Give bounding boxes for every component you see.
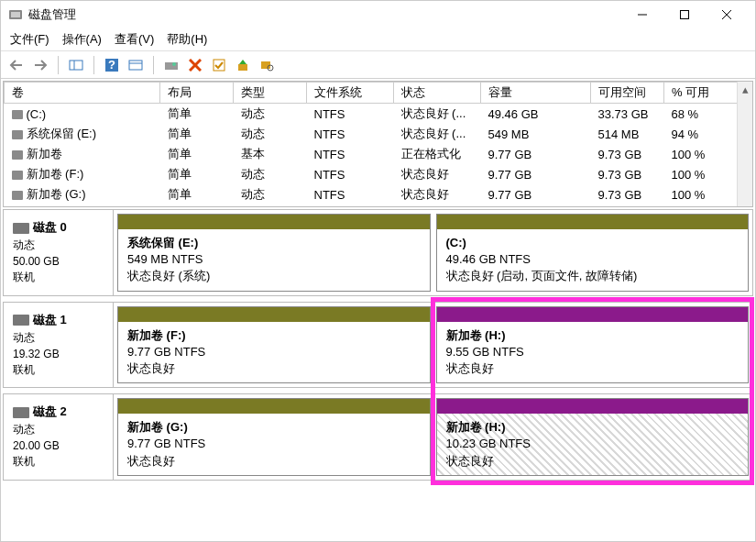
disk-type: 动态 <box>13 330 104 346</box>
table-scrollbar[interactable]: ▴ <box>737 82 752 206</box>
partition-color-bar <box>437 215 749 229</box>
partition-info: 10.23 GB NTFS <box>446 436 740 452</box>
table-row[interactable]: 新加卷简单基本NTFS正在格式化9.77 GB9.73 GB100 % <box>5 144 752 164</box>
disk-status: 联机 <box>13 454 104 470</box>
partition-state: 状态良好 <box>446 360 740 377</box>
menu-help[interactable]: 帮助(H) <box>167 31 207 48</box>
refresh-button[interactable] <box>161 55 181 75</box>
disk-type: 动态 <box>13 422 104 437</box>
volume-icon <box>12 150 23 160</box>
partition-color-bar <box>437 307 749 322</box>
menu-action[interactable]: 操作(A) <box>62 31 102 48</box>
partition[interactable]: 新加卷 (G:)9.77 GB NTFS状态良好 <box>117 398 431 476</box>
svg-point-13 <box>172 62 176 66</box>
disk-info: 磁盘 0动态50.00 GB联机 <box>4 210 114 295</box>
toolbar: ? <box>1 51 755 79</box>
close-button[interactable] <box>706 1 748 28</box>
svg-rect-3 <box>681 11 689 19</box>
svg-rect-17 <box>238 64 247 71</box>
disk-row: 磁盘 2动态20.00 GB联机新加卷 (G:)9.77 GB NTFS状态良好… <box>3 393 753 481</box>
volume-table: 卷 布局 类型 文件系统 状态 容量 可用空间 % 可用 (C:)简单动态NTF… <box>3 81 753 207</box>
table-row[interactable]: 新加卷 (G:)简单动态NTFS状态良好9.77 GB9.73 GB100 % <box>5 184 752 205</box>
partition[interactable]: 系统保留 (E:)549 MB NTFS状态良好 (系统) <box>117 214 431 292</box>
partition-color-bar <box>437 399 749 414</box>
svg-rect-6 <box>70 61 82 70</box>
help-button[interactable]: ? <box>102 55 122 75</box>
partition[interactable]: (C:)49.46 GB NTFS状态良好 (启动, 页面文件, 故障转储) <box>436 214 750 292</box>
disk-type: 动态 <box>13 238 104 253</box>
window-title: 磁盘管理 <box>28 6 621 23</box>
svg-rect-10 <box>129 61 142 70</box>
partition-body: 新加卷 (H:)9.55 GB NTFS状态良好 <box>437 322 749 383</box>
disk-info: 磁盘 1动态19.32 GB联机 <box>4 303 114 388</box>
col-capacity[interactable]: 容量 <box>481 83 591 104</box>
table-row[interactable]: (C:)简单动态NTFS状态良好 (...49.46 GB33.73 GB68 … <box>5 104 752 125</box>
table-row[interactable]: 系统保留 (E:)简单动态NTFS状态良好 (...549 MB514 MB94… <box>5 124 752 144</box>
col-free[interactable]: 可用空间 <box>591 83 664 104</box>
partition-info: 549 MB NTFS <box>127 251 421 268</box>
menu-view[interactable]: 查看(V) <box>115 31 154 48</box>
disk-row: 磁盘 0动态50.00 GB联机系统保留 (E:)549 MB NTFS状态良好… <box>3 209 753 296</box>
disk-graphical-view: 磁盘 0动态50.00 GB联机系统保留 (E:)549 MB NTFS状态良好… <box>3 209 753 481</box>
disk-size: 20.00 GB <box>13 439 104 452</box>
disk-size: 19.32 GB <box>13 348 104 360</box>
col-fs[interactable]: 文件系统 <box>307 83 394 104</box>
partition-body: 系统保留 (E:)549 MB NTFS状态良好 (系统) <box>118 229 430 291</box>
partition-color-bar <box>118 215 430 229</box>
col-layout[interactable]: 布局 <box>160 83 234 104</box>
check-button[interactable] <box>209 55 229 75</box>
forward-button[interactable] <box>30 55 50 75</box>
partition-name: 新加卷 (H:) <box>446 327 740 344</box>
titlebar: 磁盘管理 <box>1 1 755 28</box>
menu-file[interactable]: 文件(F) <box>10 31 49 48</box>
volume-icon <box>12 110 23 119</box>
partition-state: 状态良好 <box>127 360 421 377</box>
partition-info: 9.77 GB NTFS <box>127 436 421 452</box>
partition-state: 状态良好 <box>446 453 740 470</box>
partition-name: 新加卷 (H:) <box>446 419 740 436</box>
partition-name: 新加卷 (G:) <box>127 419 421 436</box>
partition-body: 新加卷 (F:)9.77 GB NTFS状态良好 <box>118 322 430 383</box>
disk-name: 磁盘 0 <box>33 220 67 234</box>
back-button[interactable] <box>6 55 27 75</box>
disk-info: 磁盘 2动态20.00 GB联机 <box>4 394 114 480</box>
col-volume[interactable]: 卷 <box>5 83 160 104</box>
col-type[interactable]: 类型 <box>234 83 307 104</box>
disk-size: 50.00 GB <box>13 255 104 268</box>
partition-body: 新加卷 (H:)10.23 GB NTFS状态良好 <box>437 414 749 475</box>
maximize-button[interactable] <box>663 1 706 28</box>
partition-state: 状态良好 (系统) <box>127 268 421 284</box>
partition-state: 状态良好 <box>127 453 421 470</box>
search-button[interactable] <box>257 55 277 75</box>
table-header-row: 卷 布局 类型 文件系统 状态 容量 可用空间 % 可用 <box>5 83 752 104</box>
disk-row: 磁盘 1动态19.32 GB联机新加卷 (F:)9.77 GB NTFS状态良好… <box>3 302 753 389</box>
svg-rect-16 <box>214 60 225 71</box>
scroll-up-icon[interactable]: ▴ <box>738 82 753 97</box>
disk-name: 磁盘 2 <box>33 404 67 418</box>
disk-status: 联机 <box>13 270 104 285</box>
svg-rect-12 <box>165 62 178 70</box>
partition-body: 新加卷 (G:)9.77 GB NTFS状态良好 <box>118 414 430 475</box>
partition-info: 9.55 GB NTFS <box>446 344 740 360</box>
table-row[interactable]: 新加卷 (F:)简单动态NTFS状态良好9.77 GB9.73 GB100 % <box>5 164 752 184</box>
volume-icon <box>12 130 23 139</box>
delete-button[interactable] <box>185 55 205 75</box>
partition[interactable]: 新加卷 (H:)9.55 GB NTFS状态良好 <box>436 306 750 384</box>
partition-color-bar <box>118 399 430 414</box>
partition-color-bar <box>118 307 430 322</box>
app-icon <box>8 7 23 22</box>
up-button[interactable] <box>233 55 253 75</box>
volume-icon <box>12 171 23 180</box>
partition[interactable]: 新加卷 (H:)10.23 GB NTFS状态良好 <box>436 398 750 476</box>
partition[interactable]: 新加卷 (F:)9.77 GB NTFS状态良好 <box>117 306 431 384</box>
layout-button[interactable] <box>66 55 86 75</box>
properties-button[interactable] <box>126 55 146 75</box>
svg-rect-1 <box>11 12 20 17</box>
disk-partitions: 新加卷 (F:)9.77 GB NTFS状态良好新加卷 (H:)9.55 GB … <box>114 303 752 388</box>
minimize-button[interactable] <box>621 1 663 28</box>
menubar: 文件(F) 操作(A) 查看(V) 帮助(H) <box>1 28 755 51</box>
col-status[interactable]: 状态 <box>394 83 481 104</box>
disk-name: 磁盘 1 <box>33 313 67 326</box>
volume-icon <box>12 191 23 200</box>
disk-status: 联机 <box>13 362 104 378</box>
